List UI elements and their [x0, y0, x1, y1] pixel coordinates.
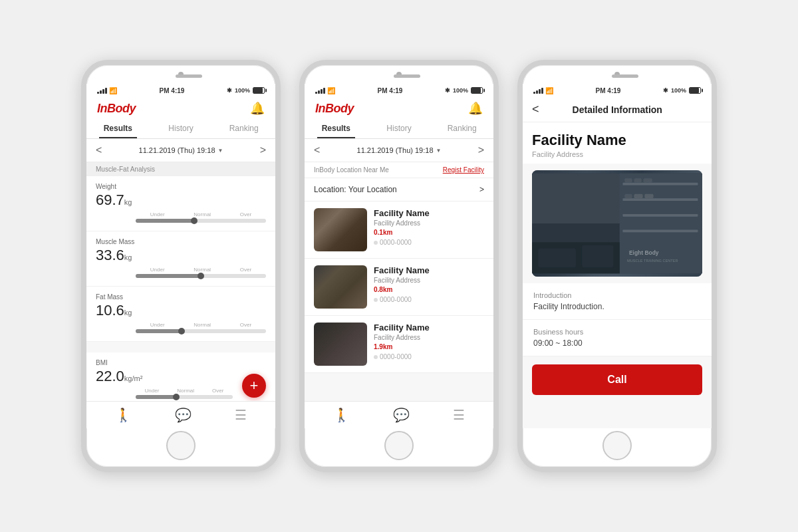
app-header-1: InBody 🔔 — [86, 97, 275, 118]
hours-section: Business hours 09:00 ~ 18:00 — [523, 320, 712, 356]
battery-icon-1 — [253, 87, 265, 94]
nearby-label: InBody Location Near Me — [314, 166, 389, 174]
bmi-label: BMI — [96, 359, 266, 366]
facility-info-1: Facility Name Facility Address 0.1km 000… — [374, 208, 484, 246]
tab-bar-2: Results History Ranking — [305, 118, 493, 139]
tab-results-2[interactable]: Results — [305, 118, 368, 138]
back-button[interactable]: < — [532, 102, 539, 116]
facility-card-3[interactable]: Facility Name Facility Address 1.9km 000… — [305, 316, 493, 373]
next-arrow-2[interactable]: > — [478, 144, 484, 156]
svg-rect-4 — [622, 199, 698, 201]
bluetooth-icon-1: ✱ — [227, 87, 232, 94]
location-row[interactable]: Location: Your Location > — [305, 178, 493, 201]
weight-label: Weight — [96, 183, 266, 190]
tab-history-1[interactable]: History — [150, 118, 213, 138]
facility-big-name: Facility Name — [532, 132, 702, 149]
detail-content: Facility Name Facility Address — [523, 122, 712, 428]
facility-info-3: Facility Name Facility Address 1.9km 000… — [374, 323, 484, 360]
fat-gauge — [136, 329, 266, 333]
chat-nav-icon-2[interactable]: 💬 — [393, 407, 410, 423]
phone-dot-2 — [374, 298, 378, 302]
svg-text:MUSCLE TRAINING CENTER: MUSCLE TRAINING CENTER — [627, 259, 678, 263]
facility-thumb-2 — [314, 265, 367, 309]
tab-ranking-2[interactable]: Ranking — [430, 118, 493, 138]
facility-phone-1: 0000-0000 — [374, 239, 484, 246]
svg-rect-7 — [624, 179, 632, 184]
battery-percent-1: 100% — [235, 87, 250, 94]
bluetooth-icon-3: ✱ — [663, 87, 668, 94]
battery-percent-2: 100% — [453, 87, 468, 94]
svg-rect-9 — [644, 179, 652, 184]
phone-dot-1 — [374, 241, 378, 245]
next-arrow-1[interactable]: > — [260, 144, 266, 156]
facility-hero-image: Eight Body MUSCLE TRAINING CENTER — [532, 170, 702, 277]
svg-rect-8 — [634, 179, 641, 184]
facility-address-1: Facility Address — [374, 219, 484, 227]
chat-nav-icon-1[interactable]: 💬 — [175, 407, 192, 423]
menu-nav-icon-2[interactable]: ☰ — [453, 407, 465, 423]
nearby-banner: InBody Location Near Me Regist Facility — [305, 162, 493, 178]
bottom-nav-1: 🚶 💬 ☰ — [86, 401, 275, 428]
date-nav-1: < 11.21.2019 (Thu) 19:18 ▼ > — [86, 139, 275, 162]
bluetooth-icon-2: ✱ — [445, 87, 450, 94]
status-bar-1: 📶 PM 4:19 ✱ 100% — [86, 84, 275, 97]
muscle-label: Muscle Mass — [96, 238, 266, 245]
gauge-label-normal-1: Normal — [194, 211, 211, 217]
register-link[interactable]: Regist Facility — [443, 166, 484, 174]
location-label: Location: Your Location — [314, 185, 397, 194]
call-button[interactable]: Call — [532, 364, 702, 395]
status-time-2: PM 4:19 — [378, 87, 403, 94]
facility-big-addr: Facility Address — [532, 150, 702, 158]
battery-icon-2 — [471, 87, 483, 94]
fat-unit: kg — [124, 309, 132, 317]
phone-3: 📶 PM 4:19 ✱ 100% < Detailed Information — [517, 60, 717, 472]
facility-name-2: Facility Name — [374, 265, 484, 275]
facility-thumb-1 — [314, 208, 367, 251]
prev-arrow-1[interactable]: < — [96, 144, 102, 156]
weight-unit: kg — [124, 198, 132, 206]
wifi-icon: 📶 — [109, 87, 117, 94]
date-text-2: 11.21.2019 (Thu) 19:18 ▼ — [357, 146, 442, 154]
body-nav-icon-1[interactable]: 🚶 — [115, 407, 132, 423]
svg-rect-11 — [634, 194, 642, 199]
hero-image-svg: Eight Body MUSCLE TRAINING CENTER — [532, 170, 702, 277]
svg-text:Eight Body: Eight Body — [629, 249, 659, 256]
bell-icon-1[interactable]: 🔔 — [250, 101, 265, 116]
body-nav-icon-2[interactable]: 🚶 — [333, 407, 350, 423]
tab-history-2[interactable]: History — [368, 118, 431, 138]
prev-arrow-2[interactable]: < — [314, 144, 320, 156]
svg-rect-14 — [538, 249, 575, 267]
svg-rect-6 — [622, 230, 698, 233]
wifi-icon-3: 📶 — [545, 87, 553, 94]
tab-results-1[interactable]: Results — [86, 118, 150, 138]
add-button[interactable]: + — [242, 374, 266, 398]
facility-card-1[interactable]: Facility Name Facility Address 0.1km 000… — [305, 201, 493, 259]
battery-percent-3: 100% — [671, 87, 686, 94]
metric-fat: Fat Mass 10.6kg Under Normal Over — [86, 287, 275, 342]
home-button-1[interactable] — [166, 431, 196, 460]
date-caret-1[interactable]: ▼ — [218, 148, 223, 154]
hours-label: Business hours — [533, 328, 701, 336]
nearby-content: InBody Location Near Me Regist Facility … — [305, 162, 493, 401]
phone-speaker-2 — [394, 74, 420, 78]
phone-1: 📶 PM 4:19 ✱ 100% InBody 🔔 Results — [81, 60, 281, 472]
home-button-3[interactable] — [602, 431, 632, 460]
tab-ranking-1[interactable]: Ranking — [212, 118, 275, 138]
facility-distance-1: 0.1km — [374, 229, 484, 236]
svg-rect-3 — [622, 183, 698, 186]
battery-icon-3 — [689, 87, 701, 94]
facility-card-2[interactable]: Facility Name Facility Address 0.8km 000… — [305, 259, 493, 316]
bell-icon-2[interactable]: 🔔 — [468, 101, 483, 116]
facility-distance-3: 1.9km — [374, 343, 484, 350]
detail-header: < Detailed Information — [523, 97, 712, 122]
menu-nav-icon-1[interactable]: ☰ — [235, 407, 247, 423]
section-header-1: Muscle-Fat Analysis — [86, 162, 275, 176]
tab-bar-1: Results History Ranking — [86, 118, 275, 139]
phone-speaker — [176, 74, 202, 78]
facility-address-2: Facility Address — [374, 277, 484, 284]
home-button-2[interactable] — [384, 431, 414, 460]
app-header-2: InBody 🔔 — [305, 97, 493, 118]
status-bar-2: 📶 PM 4:19 ✱ 100% — [305, 84, 493, 97]
bmi-unit: kg/m² — [124, 374, 143, 382]
svg-rect-5 — [622, 214, 698, 217]
